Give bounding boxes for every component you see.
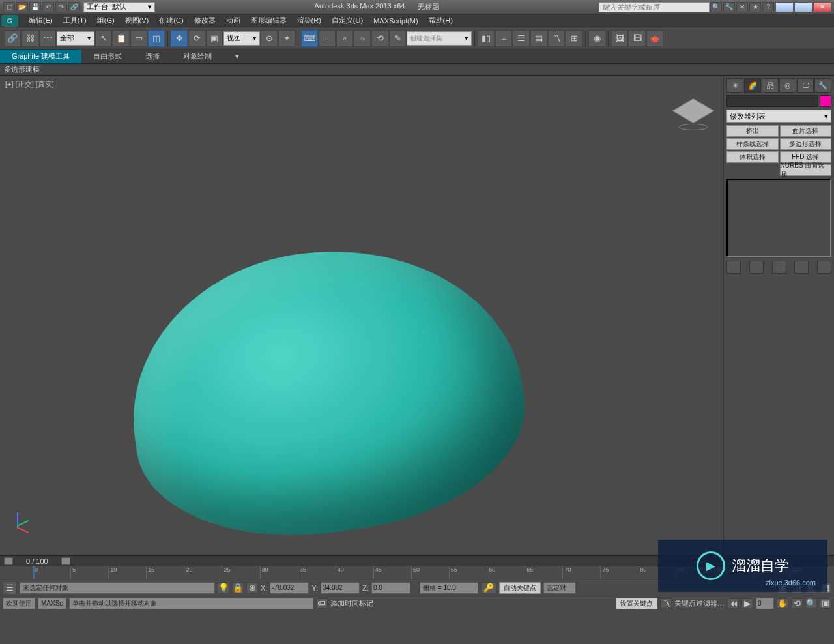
ribbon-tab-freeform[interactable]: 自由形式 xyxy=(81,50,134,63)
menu-group[interactable]: 组(G) xyxy=(92,14,120,27)
qat-undo-icon[interactable]: ↶ xyxy=(42,2,54,12)
modbtn-nurbs[interactable]: NURBS 曲面选择 xyxy=(780,164,832,176)
cmdtab-display-icon[interactable]: 🖵 xyxy=(797,78,814,93)
render-icon[interactable]: 🫖 xyxy=(646,30,663,47)
mini-listener-icon[interactable]: ☰ xyxy=(3,581,17,594)
mirror-icon[interactable]: ▮▯ xyxy=(478,30,495,47)
layers-icon[interactable]: ☰ xyxy=(513,30,530,47)
align-icon[interactable]: ⫠ xyxy=(495,30,512,47)
object-name-field[interactable] xyxy=(726,95,818,107)
key-filters[interactable]: 关键点过滤器… xyxy=(674,598,725,608)
window-maximize-button[interactable]: □ xyxy=(794,2,812,12)
help-icon[interactable]: ? xyxy=(762,2,774,12)
app-logo-icon[interactable]: G xyxy=(1,15,18,27)
move-icon[interactable]: ✥ xyxy=(171,30,188,47)
menu-modifiers[interactable]: 修改器 xyxy=(189,14,221,27)
window-close-button[interactable]: ✕ xyxy=(813,2,831,12)
ribbon-tab-graphite[interactable]: Graphite 建模工具 xyxy=(0,50,81,63)
tools-icon[interactable]: 🔧 xyxy=(723,2,735,12)
y-coord-field[interactable]: 34.082 xyxy=(321,582,360,594)
viewport-label[interactable]: [+] [正交] [真实] xyxy=(5,80,54,89)
modbtn-patch-select[interactable]: 面片选择 xyxy=(780,125,832,137)
qat-redo-icon[interactable]: ↷ xyxy=(55,2,67,12)
key-filter-curve-icon[interactable]: 〽 xyxy=(660,598,672,609)
select-name-icon[interactable]: 📋 xyxy=(113,30,130,47)
poly-modeling-label[interactable]: 多边形建模 xyxy=(4,65,40,74)
viewcube[interactable] xyxy=(674,94,713,133)
trackbar-scroll-left[interactable] xyxy=(4,557,13,565)
exchange-icon[interactable]: ✕ xyxy=(736,2,748,12)
nav-pan-icon[interactable]: ✋ xyxy=(777,598,788,609)
abs-rel-icon[interactable]: ⊕ xyxy=(246,582,258,594)
viewcube-cube-icon[interactable] xyxy=(672,98,715,123)
snap3-icon[interactable]: 3 xyxy=(319,30,336,47)
window-minimize-button[interactable]: − xyxy=(775,2,794,12)
curve-editor-icon[interactable]: 〽 xyxy=(548,30,565,47)
help-search-input[interactable] xyxy=(599,2,710,12)
bind-icon[interactable]: 〰 xyxy=(39,30,56,47)
goto-start-icon[interactable]: ⏮ xyxy=(727,598,739,609)
viewcube-ring-icon[interactable] xyxy=(679,124,708,130)
cmdtab-modify-icon[interactable]: 🌈 xyxy=(744,78,761,93)
selection-set-dropdown[interactable]: 选定对 xyxy=(543,582,576,594)
search-icon[interactable]: 🔍 xyxy=(710,2,722,12)
cmdtab-utils-icon[interactable]: 🔧 xyxy=(814,78,831,93)
pin-stack-icon[interactable] xyxy=(726,261,741,274)
layer-explorer-icon[interactable]: ▤ xyxy=(530,30,547,47)
select-icon[interactable]: ↖ xyxy=(95,30,112,47)
pivot-icon[interactable]: ⊙ xyxy=(261,30,278,47)
qat-new-icon[interactable]: ▢ xyxy=(3,2,15,12)
menu-create[interactable]: 创建(C) xyxy=(154,14,188,27)
modbtn-extrude[interactable]: 挤出 xyxy=(726,125,779,137)
menu-tools[interactable]: 工具(T) xyxy=(58,14,92,27)
menu-grapheditors[interactable]: 图形编辑器 xyxy=(246,14,292,27)
nav-zoom-icon[interactable]: 🔍 xyxy=(805,598,817,609)
selection-filter[interactable]: 全部▾ xyxy=(57,31,94,46)
spinner-snap-icon[interactable]: ⟲ xyxy=(371,30,388,47)
modbtn-spline-select[interactable]: 样条线选择 xyxy=(726,138,779,150)
key-mode-icon[interactable]: 🔑 xyxy=(481,582,496,594)
unlink-icon[interactable]: ⛓ xyxy=(22,30,38,47)
current-frame-field[interactable]: 0 xyxy=(756,598,774,609)
render-setup-icon[interactable]: 🖼 xyxy=(611,30,628,47)
window-crossing-icon[interactable]: ◫ xyxy=(148,30,165,47)
viewport[interactable]: [+] [正交] [真实] xyxy=(0,76,723,555)
keyboard-shortcut-icon[interactable]: ⌨ xyxy=(301,30,318,47)
ribbon-tab-selection[interactable]: 选择 xyxy=(134,50,171,63)
menu-views[interactable]: 视图(V) xyxy=(120,14,154,27)
percent-snap-icon[interactable]: % xyxy=(354,30,371,47)
ribbon-tab-paint[interactable]: 对象绘制 xyxy=(171,50,223,63)
rotate-icon[interactable]: ⟳ xyxy=(188,30,205,47)
menu-edit[interactable]: 编辑(E) xyxy=(23,14,58,27)
modbtn-poly-select[interactable]: 多边形选择 xyxy=(780,138,832,150)
z-coord-field[interactable]: 0.0 xyxy=(371,582,410,594)
unique-icon[interactable] xyxy=(772,261,786,274)
scale-icon[interactable]: ▣ xyxy=(206,30,223,47)
menu-maxscript[interactable]: MAXScript(M) xyxy=(368,16,423,26)
maxscript-listener[interactable]: MAXSc xyxy=(38,598,66,609)
add-time-tag[interactable]: 添加时间标记 xyxy=(330,598,373,608)
x-coord-field[interactable]: -78.032 xyxy=(270,582,309,594)
workspace-selector[interactable]: 工作台: 默认▾ xyxy=(83,2,155,12)
manip-icon[interactable]: ✦ xyxy=(278,30,295,47)
scene-object-egg[interactable] xyxy=(113,226,539,557)
play-icon[interactable]: ▶ xyxy=(741,598,753,609)
qat-link-icon[interactable]: 🔗 xyxy=(68,2,80,12)
edit-named-sel-icon[interactable]: ✎ xyxy=(389,30,406,47)
nav-maximize-icon[interactable]: ▣ xyxy=(820,598,831,609)
ribbon-collapse-icon[interactable]: ▾ xyxy=(223,50,251,63)
link-icon[interactable]: 🔗 xyxy=(4,30,21,47)
menu-customize[interactable]: 自定义(U) xyxy=(326,14,368,27)
render-frame-icon[interactable]: 🎞 xyxy=(629,30,646,47)
menu-animation[interactable]: 动画 xyxy=(221,14,246,27)
named-selection-set[interactable]: 创建选择集▾ xyxy=(407,31,472,46)
qat-open-icon[interactable]: 📂 xyxy=(16,2,28,12)
modifier-stack[interactable] xyxy=(726,179,831,257)
cmdtab-hierarchy-icon[interactable]: 品 xyxy=(762,78,779,93)
set-key-button[interactable]: 设置关键点 xyxy=(616,598,657,609)
cmdtab-motion-icon[interactable]: ◎ xyxy=(779,78,796,93)
time-tag-icon[interactable]: 🏷 xyxy=(316,598,328,609)
select-rect-icon[interactable]: ▭ xyxy=(130,30,147,47)
cmdtab-create-icon[interactable]: ✳ xyxy=(726,78,743,93)
trackbar-scroll-right[interactable] xyxy=(61,557,70,565)
